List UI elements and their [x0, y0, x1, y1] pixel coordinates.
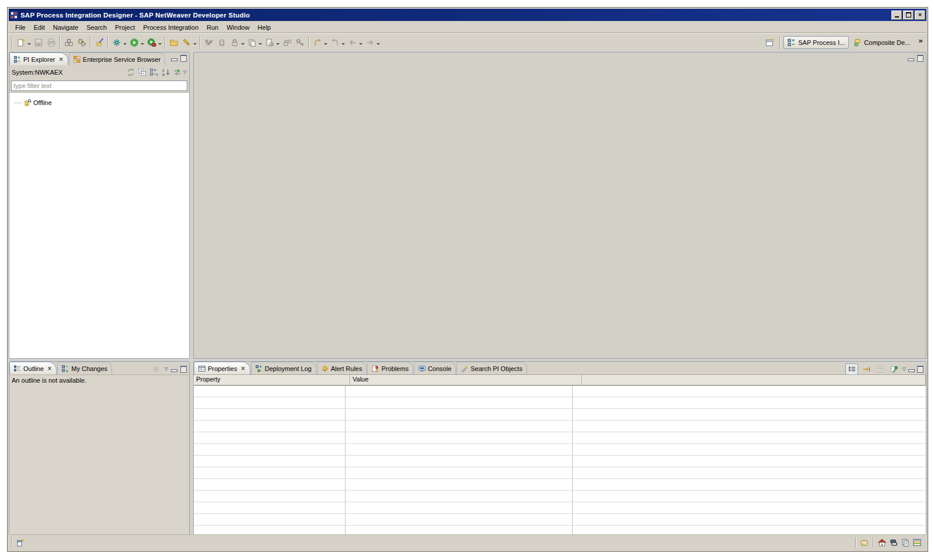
- table-row[interactable]: [194, 491, 926, 502]
- tab-alert-rules[interactable]: Alert Rules: [317, 362, 367, 374]
- maximize-view-icon[interactable]: [180, 366, 187, 373]
- perspective-composite-designer[interactable]: Composite De...: [850, 37, 914, 48]
- close-tab-icon[interactable]: ×: [241, 366, 245, 372]
- view-menu-icon[interactable]: ▽: [183, 70, 187, 75]
- fast-view-icon[interactable]: [15, 537, 26, 548]
- tab-deployment-log[interactable]: Deployment Log: [251, 362, 316, 374]
- tab-my-changes[interactable]: My Changes: [57, 362, 112, 374]
- close-button[interactable]: ×: [915, 10, 925, 20]
- title-bar[interactable]: SAP Process Integration Designer - SAP N…: [9, 9, 926, 21]
- table-row[interactable]: [194, 467, 926, 479]
- menu-project[interactable]: Project: [111, 23, 139, 32]
- copy-config-dropdown[interactable]: [259, 43, 262, 47]
- lock-dropdown[interactable]: [241, 43, 245, 47]
- restore-button[interactable]: [903, 10, 914, 20]
- profile-icon[interactable]: [146, 37, 158, 48]
- table-row[interactable]: [194, 514, 926, 526]
- sort-icon[interactable]: za: [160, 67, 172, 78]
- column-header-value[interactable]: Value: [350, 375, 582, 385]
- table-row[interactable]: [194, 397, 926, 409]
- table-row[interactable]: [194, 456, 926, 467]
- table-row[interactable]: [194, 526, 926, 534]
- key-icon[interactable]: [294, 37, 306, 48]
- debug-dropdown[interactable]: [123, 43, 127, 47]
- menu-search[interactable]: Search: [82, 23, 111, 32]
- tab-outline[interactable]: Outline ×: [9, 362, 57, 374]
- back-dropdown[interactable]: [359, 43, 363, 47]
- open-folder-icon[interactable]: [168, 37, 180, 48]
- collapse-all-icon[interactable]: [137, 67, 148, 78]
- last-edit-location-icon[interactable]: [312, 37, 323, 48]
- view-menu-icon[interactable]: ▽: [902, 367, 906, 372]
- new-wizard-dropdown[interactable]: [27, 43, 31, 47]
- table-row[interactable]: [194, 479, 926, 491]
- export-icon[interactable]: e: [264, 37, 276, 48]
- table-row[interactable]: [194, 421, 926, 432]
- maximize-view-icon[interactable]: [180, 55, 187, 62]
- tab-enterprise-service-browser[interactable]: Enterprise Service Browser: [69, 52, 165, 65]
- show-tree-icon[interactable]: [845, 363, 858, 375]
- close-tab-icon[interactable]: ×: [47, 366, 52, 372]
- table-row[interactable]: [194, 502, 926, 514]
- database-icon[interactable]: [216, 37, 228, 48]
- copy-session-icon[interactable]: [900, 537, 911, 548]
- run-icon[interactable]: [128, 37, 140, 48]
- back-history-icon[interactable]: [329, 37, 341, 48]
- minimize-button[interactable]: [891, 10, 902, 20]
- filter-input[interactable]: [11, 80, 187, 91]
- menu-run[interactable]: Run: [203, 23, 222, 32]
- highlight-dropdown[interactable]: [193, 43, 197, 47]
- run-dropdown[interactable]: [141, 43, 144, 47]
- menu-edit[interactable]: Edit: [30, 23, 49, 32]
- forward-dropdown[interactable]: [377, 43, 380, 47]
- debug-icon[interactable]: [111, 37, 123, 48]
- update-configuration-icon[interactable]: [76, 37, 88, 48]
- copy-config-icon[interactable]: [246, 37, 258, 48]
- tab-problems[interactable]: Problems: [367, 362, 413, 374]
- menu-navigate[interactable]: Navigate: [49, 23, 82, 32]
- highlight-icon[interactable]: [181, 37, 193, 48]
- last-edit-dropdown[interactable]: [324, 43, 327, 47]
- table-row[interactable]: [194, 432, 926, 444]
- profile-dropdown[interactable]: [158, 43, 162, 47]
- sap-logon-icon[interactable]: [859, 537, 870, 548]
- tab-properties[interactable]: Properties ×: [194, 362, 250, 374]
- maximize-editor-icon[interactable]: [917, 55, 923, 62]
- home-icon[interactable]: [876, 537, 888, 548]
- minimize-view-icon[interactable]: [908, 369, 915, 372]
- minimize-view-icon[interactable]: [171, 369, 177, 372]
- tree-item-offline[interactable]: Offline: [9, 97, 189, 108]
- menu-window[interactable]: Window: [222, 23, 253, 32]
- tab-pi-explorer[interactable]: PI Explorer ×: [9, 52, 68, 65]
- table-grid-icon[interactable]: [911, 537, 923, 548]
- back-history-dropdown[interactable]: [341, 43, 345, 47]
- build-deploy-icon[interactable]: [63, 37, 75, 48]
- table-row[interactable]: [194, 409, 926, 421]
- menu-process-integration[interactable]: Process Integration: [139, 23, 203, 32]
- unlock-icon[interactable]: [281, 37, 293, 48]
- back-icon[interactable]: [347, 37, 358, 48]
- layout-icon[interactable]: [148, 67, 160, 78]
- pin-icon[interactable]: [888, 364, 900, 374]
- minimize-view-icon[interactable]: [171, 58, 177, 61]
- tab-search-pi-objects[interactable]: Search PI Objects: [456, 362, 527, 374]
- sessions-icon[interactable]: [888, 537, 900, 548]
- tab-console[interactable]: Console: [414, 362, 456, 374]
- column-header-property[interactable]: Property: [194, 375, 350, 385]
- new-wizard-icon[interactable]: [15, 37, 27, 48]
- save-icon[interactable]: [33, 37, 44, 48]
- swap-connection-icon[interactable]: [172, 67, 183, 78]
- close-tab-icon[interactable]: ×: [58, 57, 63, 62]
- skip-breakpoints-icon[interactable]: [203, 37, 215, 48]
- filter-icon[interactable]: [874, 364, 886, 374]
- sync-icon[interactable]: [150, 364, 162, 374]
- show-categories-icon[interactable]: [860, 364, 872, 374]
- forward-icon[interactable]: [364, 37, 376, 48]
- lock-icon[interactable]: [229, 37, 241, 48]
- refresh-icon[interactable]: [125, 67, 137, 78]
- open-perspective-icon[interactable]: [764, 37, 776, 48]
- menu-help[interactable]: Help: [253, 23, 275, 32]
- export-dropdown[interactable]: [276, 43, 280, 47]
- menu-file[interactable]: File: [11, 23, 30, 32]
- column-header-extra[interactable]: [582, 375, 926, 385]
